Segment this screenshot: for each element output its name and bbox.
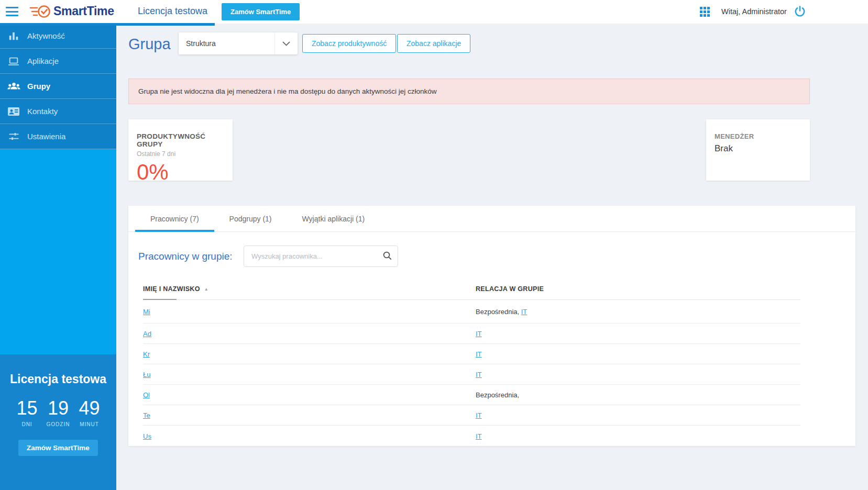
- employees-table-body: Mi Bezpośrednia, IT Ad IT Kr IT Łu IT Ol: [143, 300, 800, 446]
- table-row: Ad IT: [143, 324, 800, 344]
- laptop-icon: [7, 55, 20, 68]
- productivity-value: 0%: [137, 161, 224, 183]
- employees-table: IMIĘ I NAZWISKO ▲ RELACJA W GRUPIE Mi Be…: [143, 285, 800, 446]
- loading-progress-bar: [0, 23, 215, 26]
- table-row: Mi Bezpośrednia, IT: [143, 300, 800, 324]
- tabs-bar: Pracownicy (7) Podgrupy (1) Wyjątki apli…: [128, 206, 855, 232]
- table-row: Łu IT: [143, 364, 800, 385]
- sidebar-item-grupy[interactable]: Grupy: [0, 74, 116, 99]
- license-status-label: Licencja testowa: [138, 6, 207, 17]
- group-details-panel: Pracownicy (7) Podgrupy (1) Wyjątki apli…: [128, 206, 855, 446]
- logout-power-icon[interactable]: [793, 5, 807, 18]
- relation-group-link[interactable]: IT: [476, 432, 482, 440]
- countdown-unit: 15 DNI: [17, 399, 38, 427]
- top-bar: SmartTime Licencja testowa Zamów SmartTi…: [0, 0, 868, 24]
- manager-card: MENEDŻER Brak: [706, 119, 810, 181]
- manager-card-title: MENEDŻER: [715, 132, 801, 140]
- license-countdown: 15 DNI 19 GODZIN 49 MINUT: [0, 399, 116, 427]
- table-row: Us IT: [143, 426, 800, 446]
- countdown-label: GODZIN: [47, 421, 70, 427]
- bar-chart-icon: [7, 30, 20, 42]
- group-productivity-card: PRODUKTYWNOŚĆ GRUPY Ostatnie 7 dni 0%: [128, 119, 233, 181]
- employee-name-link[interactable]: Kr: [143, 350, 150, 358]
- tab-pracownicy[interactable]: Pracownicy (7): [135, 206, 214, 231]
- employee-name-link[interactable]: Ol: [143, 391, 150, 399]
- manager-value: Brak: [715, 143, 801, 154]
- sidebar-item-ustawienia[interactable]: Ustawienia: [0, 124, 116, 149]
- countdown-value: 19: [47, 399, 70, 418]
- tab-podgrupy[interactable]: Podgrupy (1): [214, 206, 287, 231]
- employee-search: [244, 246, 398, 267]
- sidebar-nav: Aktywność Aplikacje Grupy Kontakty Ustaw…: [0, 24, 116, 149]
- user-greeting: Witaj, Administrator: [721, 7, 787, 16]
- employee-name-link[interactable]: Te: [143, 411, 150, 419]
- sidebar-item-aplikacje[interactable]: Aplikacje: [0, 49, 116, 74]
- view-apps-button[interactable]: Zobacz aplikacje: [397, 34, 470, 53]
- countdown-label: DNI: [17, 421, 38, 427]
- users-icon: [7, 80, 20, 93]
- employees-section-title: Pracownicy w grupie:: [138, 251, 233, 262]
- productivity-card-subtitle: Ostatnie 7 dni: [137, 150, 224, 158]
- license-countdown-box: Licencja testowa 15 DNI 19 GODZIN 49 MIN…: [0, 354, 116, 490]
- contact-card-icon: [7, 105, 20, 118]
- employee-search-input[interactable]: [244, 246, 398, 267]
- countdown-value: 49: [79, 399, 100, 418]
- employee-name-link[interactable]: Łu: [143, 371, 150, 378]
- chevron-down-icon: [274, 32, 298, 54]
- relation-text: Bezpośrednia,: [476, 308, 521, 316]
- relation-group-link[interactable]: IT: [476, 330, 482, 338]
- sliders-icon: [7, 130, 20, 143]
- employee-name-link[interactable]: Mi: [143, 308, 150, 316]
- smarttime-logo-icon: [29, 3, 51, 20]
- countdown-value: 15: [17, 399, 38, 418]
- tab-wyjatki-aplikacji[interactable]: Wyjątki aplikacji (1): [287, 206, 380, 231]
- brand-title: SmartTime: [53, 4, 114, 18]
- group-select-value: Struktura: [179, 39, 274, 48]
- apps-grid-icon[interactable]: [700, 7, 710, 17]
- sidebar: Aktywność Aplikacje Grupy Kontakty Ustaw…: [0, 24, 116, 490]
- relation-text: Bezpośrednia,: [476, 391, 519, 399]
- employees-table-header: IMIĘ I NAZWISKO ▲ RELACJA W GRUPIE: [143, 285, 800, 300]
- hamburger-menu-icon[interactable]: [6, 7, 18, 17]
- employee-name-link[interactable]: Us: [143, 432, 151, 440]
- countdown-unit: 49 MINUT: [79, 399, 100, 427]
- page-title: Grupa: [128, 36, 171, 53]
- relation-group-link[interactable]: IT: [476, 411, 482, 419]
- group-visibility-alert: Grupa nie jest widoczna dla jej menedżer…: [128, 79, 810, 104]
- order-smarttime-button-sidebar[interactable]: Zamów SmartTime: [18, 440, 98, 456]
- employee-name-link[interactable]: Ad: [143, 330, 151, 338]
- relation-group-link[interactable]: IT: [476, 350, 482, 358]
- productivity-card-title: PRODUKTYWNOŚĆ GRUPY: [137, 132, 224, 148]
- relation-group-link[interactable]: IT: [521, 308, 528, 316]
- license-box-title: Licencja testowa: [0, 372, 116, 386]
- search-icon[interactable]: [383, 251, 392, 260]
- table-row: Kr IT: [143, 344, 800, 364]
- sort-ascending-icon: ▲: [204, 287, 208, 292]
- group-structure-select[interactable]: Struktura: [179, 32, 298, 54]
- countdown-unit: 19 GODZIN: [47, 399, 70, 427]
- alert-text: Grupa nie jest widoczna dla jej menedżer…: [138, 87, 437, 95]
- table-row: Te IT: [143, 405, 800, 426]
- main-content: Grupa Struktura Zobacz produktywność Zob…: [116, 24, 868, 490]
- relation-group-link[interactable]: IT: [476, 371, 482, 378]
- view-productivity-button[interactable]: Zobacz produktywność: [302, 34, 396, 53]
- order-smarttime-button[interactable]: Zamów SmartTime: [222, 3, 300, 20]
- countdown-label: MINUT: [79, 421, 100, 427]
- sidebar-item-kontakty[interactable]: Kontakty: [0, 99, 116, 124]
- column-header-name[interactable]: IMIĘ I NAZWISKO ▲: [143, 285, 476, 293]
- sidebar-item-aktywnosc[interactable]: Aktywność: [0, 24, 116, 49]
- column-header-relation[interactable]: RELACJA W GRUPIE: [476, 285, 544, 293]
- table-row: Ol Bezpośrednia,: [143, 385, 800, 405]
